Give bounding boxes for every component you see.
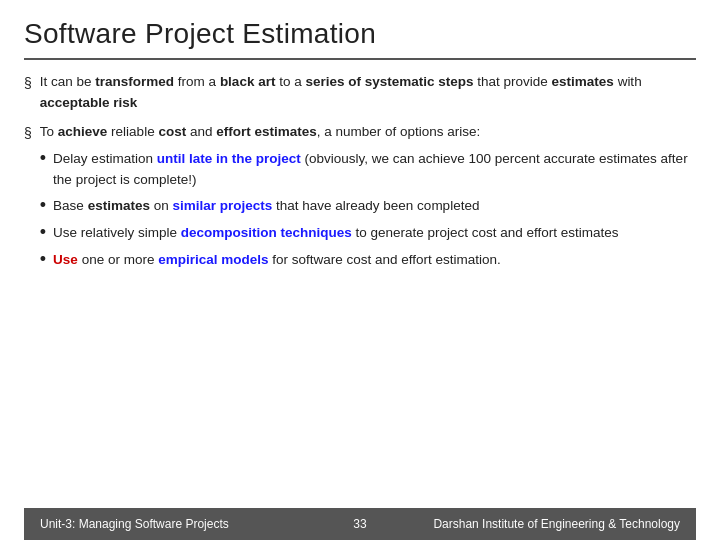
footer-right: Darshan Institute of Engineering & Techn… [387, 517, 680, 531]
sub-dot-1: • [40, 146, 46, 171]
slide-footer: Unit-3: Managing Software Projects 33 Da… [24, 508, 696, 540]
bullet-item-2: § To achieve reliable cost and effort es… [24, 122, 696, 277]
sub-text-4: Use one or more empirical models for sof… [53, 250, 501, 271]
slide-title: Software Project Estimation [24, 18, 696, 50]
sub-bullet-3: • Use relatively simple decomposition te… [40, 223, 696, 245]
bold-cost: cost [158, 124, 186, 139]
bold-achieve: achieve [58, 124, 108, 139]
title-divider [24, 58, 696, 60]
footer-left: Unit-3: Managing Software Projects [40, 517, 333, 531]
sub-dot-2: • [40, 193, 46, 218]
sub-bullet-2: • Base estimates on similar projects tha… [40, 196, 696, 218]
sub-text-1: Delay estimation until late in the proje… [53, 149, 696, 191]
bold-blue-empirical-models: empirical models [158, 252, 268, 267]
sub-text-3: Use relatively simple decomposition tech… [53, 223, 618, 244]
bold-effort-estimates: effort estimates [216, 124, 317, 139]
bullet-item-1: § It can be transformed from a black art… [24, 72, 696, 114]
sub-bullet-4: • Use one or more empirical models for s… [40, 250, 696, 272]
bold-acceptable-risk: acceptable risk [40, 95, 138, 110]
bullet-text-1: It can be transformed from a black art t… [40, 72, 696, 114]
bullet-square-1: § [24, 73, 32, 95]
sub-text-2: Base estimates on similar projects that … [53, 196, 479, 217]
bold-transformed: transformed [95, 74, 174, 89]
sub-dot-3: • [40, 220, 46, 245]
sub-bullet-1: • Delay estimation until late in the pro… [40, 149, 696, 191]
slide-content: § It can be transformed from a black art… [24, 72, 696, 508]
bold-estimates-2: estimates [88, 198, 150, 213]
bullet-square-2: § [24, 123, 32, 145]
bold-red-use: Use [53, 252, 78, 267]
footer-page-number: 33 [333, 517, 386, 531]
bold-estimates-1: estimates [552, 74, 614, 89]
bold-series: series of systematic steps [305, 74, 473, 89]
bold-blue-similar-projects: similar projects [172, 198, 272, 213]
bullet-text-2: To achieve reliable cost and effort esti… [40, 122, 696, 277]
sub-bullets: • Delay estimation until late in the pro… [40, 149, 696, 272]
slide-container: Software Project Estimation § It can be … [0, 0, 720, 540]
bold-blue-until-late: until late in the project [157, 151, 301, 166]
bold-black-art: black art [220, 74, 276, 89]
sub-dot-4: • [40, 247, 46, 272]
bold-blue-decomposition: decomposition techniques [181, 225, 352, 240]
